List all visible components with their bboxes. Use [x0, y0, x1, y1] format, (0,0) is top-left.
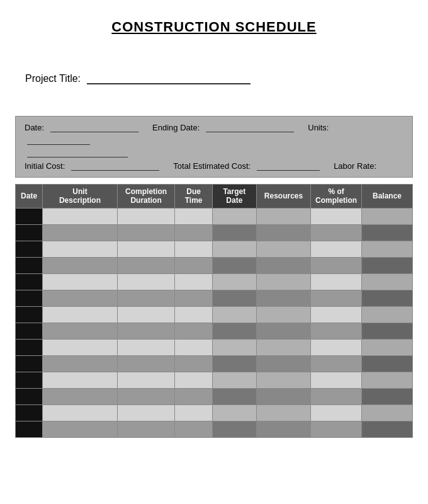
table-cell — [311, 404, 362, 421]
page: CONSTRUCTION SCHEDULE Project Title: Dat… — [0, 0, 428, 504]
table-cell — [212, 372, 256, 388]
table-row — [16, 273, 413, 290]
table-body — [16, 208, 413, 437]
table-cell — [16, 257, 43, 273]
info-box: Date: Ending Date: Units: Initial Cost: … — [15, 116, 413, 178]
table-row — [16, 257, 413, 273]
th-pct: % ofCompletion — [311, 185, 362, 209]
table-row — [16, 224, 413, 241]
table-cell — [43, 241, 118, 257]
initial-cost-label: Initial Cost: — [25, 161, 65, 171]
table-cell — [175, 372, 212, 388]
table-cell — [43, 290, 118, 306]
table-cell — [256, 224, 310, 241]
th-resources: Resources — [256, 185, 310, 209]
ending-date-line — [206, 123, 294, 132]
table-cell — [362, 355, 413, 372]
table-cell — [175, 224, 212, 241]
table-cell — [212, 290, 256, 306]
table-cell — [212, 388, 256, 404]
table-cell — [256, 421, 310, 437]
table-cell — [311, 241, 362, 257]
table-cell — [256, 257, 310, 273]
table-cell — [43, 355, 118, 372]
table-cell — [117, 372, 175, 388]
table-cell — [43, 404, 118, 421]
table-cell — [16, 421, 43, 437]
th-completion: CompletionDuration — [117, 185, 175, 209]
table-cell — [256, 404, 310, 421]
table-cell — [212, 355, 256, 372]
table-cell — [362, 208, 413, 224]
table-cell — [212, 404, 256, 421]
table-cell — [256, 273, 310, 290]
page-title: CONSTRUCTION SCHEDULE — [15, 19, 413, 35]
table-cell — [212, 224, 256, 241]
units-label: Units: — [308, 123, 329, 132]
th-date: Date — [16, 185, 43, 209]
table-cell — [212, 339, 256, 355]
table-cell — [16, 372, 43, 388]
table-cell — [16, 355, 43, 372]
table-cell — [175, 208, 212, 224]
table-cell — [117, 355, 175, 372]
table-cell — [16, 208, 43, 224]
table-cell — [212, 241, 256, 257]
table-cell — [175, 323, 212, 339]
table-cell — [256, 290, 310, 306]
table-cell — [16, 273, 43, 290]
project-title-input-line — [87, 83, 251, 84]
table-cell — [175, 257, 212, 273]
table-row — [16, 404, 413, 421]
table-row — [16, 208, 413, 224]
table-cell — [311, 208, 362, 224]
table-cell — [175, 290, 212, 306]
th-target: TargetDate — [212, 185, 256, 209]
table-cell — [175, 306, 212, 323]
table-cell — [256, 372, 310, 388]
table-cell — [362, 290, 413, 306]
table-row — [16, 355, 413, 372]
table-cell — [362, 257, 413, 273]
table-cell — [311, 355, 362, 372]
table-cell — [362, 241, 413, 257]
table-cell — [212, 306, 256, 323]
table-cell — [212, 273, 256, 290]
th-balance: Balance — [362, 185, 413, 209]
th-unit: UnitDescription — [43, 185, 118, 209]
table-cell — [43, 372, 118, 388]
table-cell — [311, 273, 362, 290]
table-cell — [43, 257, 118, 273]
table-cell — [362, 372, 413, 388]
table-cell — [362, 323, 413, 339]
table-cell — [16, 339, 43, 355]
date-line — [50, 123, 138, 132]
table-cell — [311, 306, 362, 323]
ending-date-label: Ending Date: — [152, 123, 200, 132]
table-cell — [43, 306, 118, 323]
project-title-row: Project Title: — [25, 73, 413, 84]
table-row — [16, 421, 413, 437]
table-cell — [117, 388, 175, 404]
table-cell — [311, 388, 362, 404]
initial-cost-line — [71, 162, 159, 171]
units-line-2 — [27, 149, 128, 158]
table-cell — [311, 421, 362, 437]
table-cell — [175, 421, 212, 437]
table-cell — [311, 372, 362, 388]
table-cell — [117, 257, 175, 273]
table-cell — [256, 355, 310, 372]
table-cell — [256, 241, 310, 257]
table-cell — [311, 339, 362, 355]
table-cell — [362, 224, 413, 241]
table-cell — [256, 208, 310, 224]
table-cell — [16, 224, 43, 241]
table-cell — [117, 208, 175, 224]
units-line — [27, 136, 90, 145]
table-cell — [43, 339, 118, 355]
table-cell — [175, 355, 212, 372]
info-row-1: Date: Ending Date: Units: — [25, 123, 403, 145]
table-cell — [43, 388, 118, 404]
table-cell — [117, 273, 175, 290]
table-cell — [117, 224, 175, 241]
